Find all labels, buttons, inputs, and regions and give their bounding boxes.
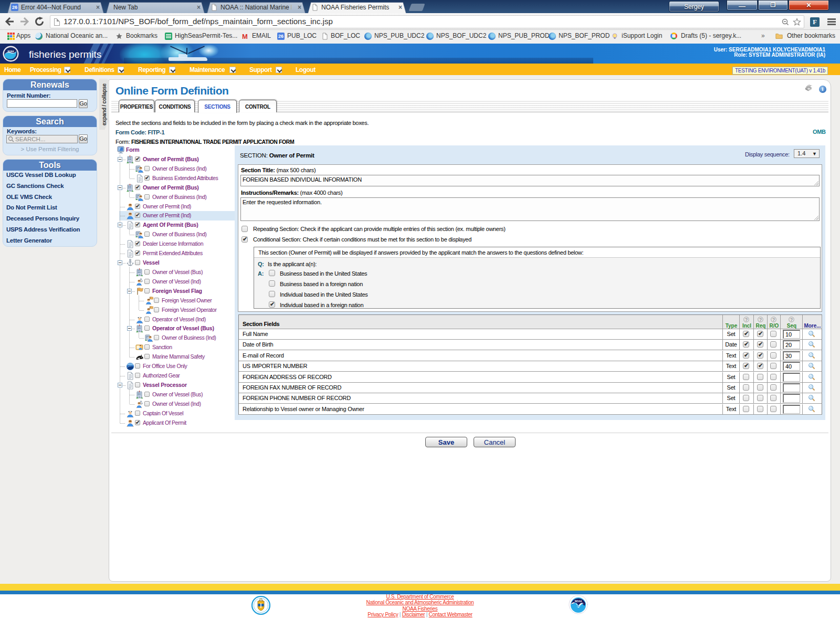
svg-text:NOAA: NOAA <box>8 50 14 52</box>
